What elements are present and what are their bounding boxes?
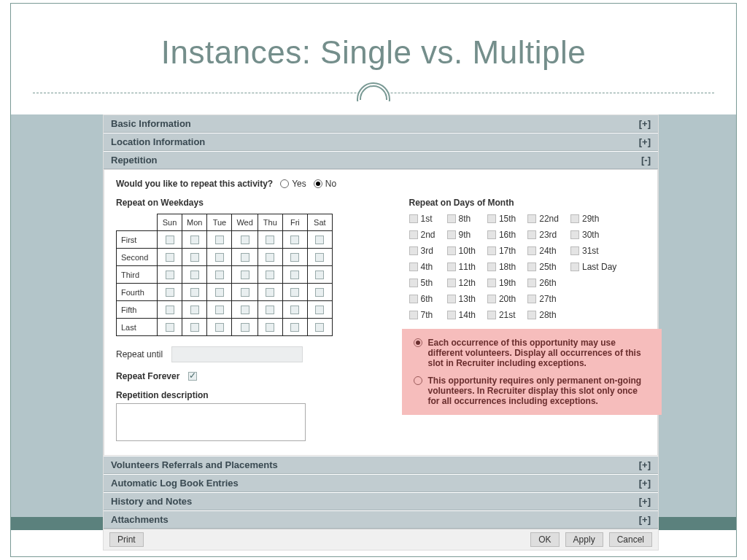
day-checkbox[interactable] [447, 214, 456, 223]
weekday-checkbox[interactable] [166, 288, 174, 297]
weekday-checkbox[interactable] [315, 253, 324, 262]
weekday-checkbox[interactable] [266, 236, 274, 244]
day-of-month-item[interactable]: Last Day [570, 262, 616, 272]
day-checkbox[interactable] [447, 246, 456, 255]
day-checkbox[interactable] [487, 262, 496, 271]
weekday-checkbox[interactable] [190, 323, 199, 332]
occurrence-option-2[interactable]: This opportunity requires only permanent… [414, 376, 651, 406]
weekday-checkbox[interactable] [215, 288, 224, 297]
weekday-checkbox[interactable] [241, 236, 249, 244]
weekday-checkbox[interactable] [315, 271, 324, 279]
day-checkbox[interactable] [409, 214, 418, 223]
weekday-checkbox[interactable] [290, 306, 299, 314]
day-of-month-item[interactable]: 28th [527, 310, 559, 320]
repeat-forever-checkbox[interactable] [188, 372, 197, 381]
weekday-checkbox[interactable] [266, 306, 274, 314]
day-checkbox[interactable] [487, 279, 496, 287]
day-of-month-item[interactable]: 1st [409, 214, 436, 224]
day-checkbox[interactable] [527, 279, 536, 287]
weekday-checkbox[interactable] [315, 288, 324, 297]
weekday-checkbox[interactable] [166, 306, 174, 314]
day-checkbox[interactable] [447, 279, 456, 287]
weekday-checkbox[interactable] [241, 306, 249, 314]
day-checkbox[interactable] [409, 311, 418, 319]
day-of-month-item[interactable]: 30th [570, 230, 616, 240]
day-of-month-item[interactable]: 26th [527, 278, 559, 288]
weekday-checkbox[interactable] [241, 253, 249, 262]
weekday-checkbox[interactable] [215, 253, 224, 262]
day-of-month-item[interactable]: 4th [409, 262, 436, 272]
day-of-month-item[interactable]: 8th [447, 214, 476, 224]
day-checkbox[interactable] [409, 230, 418, 239]
day-of-month-item[interactable]: 25th [527, 262, 559, 272]
day-checkbox[interactable] [447, 262, 456, 271]
weekday-checkbox[interactable] [166, 253, 174, 262]
weekday-checkbox[interactable] [166, 323, 174, 332]
day-of-month-item[interactable]: 21st [487, 310, 516, 320]
weekday-checkbox[interactable] [241, 271, 249, 279]
day-of-month-item[interactable]: 2nd [409, 230, 436, 240]
weekday-checkbox[interactable] [190, 306, 199, 314]
accordion-location-info[interactable]: Location Information [+] [104, 133, 658, 151]
day-checkbox[interactable] [527, 311, 536, 319]
day-checkbox[interactable] [527, 262, 536, 271]
weekday-checkbox[interactable] [315, 323, 324, 332]
day-of-month-item[interactable]: 14th [447, 310, 476, 320]
day-of-month-item[interactable]: 11th [447, 262, 476, 272]
day-of-month-item[interactable]: 7th [409, 310, 436, 320]
weekday-checkbox[interactable] [190, 271, 199, 279]
day-of-month-item[interactable]: 27th [527, 294, 559, 304]
day-of-month-item[interactable]: 6th [409, 294, 436, 304]
weekday-checkbox[interactable] [190, 236, 199, 244]
accordion-basic-info[interactable]: Basic Information [+] [104, 115, 658, 133]
day-of-month-item[interactable]: 31st [570, 246, 616, 256]
day-of-month-item[interactable]: 16th [487, 230, 516, 240]
repetition-desc-input[interactable] [116, 403, 306, 441]
ok-button[interactable]: OK [530, 532, 559, 547]
weekday-checkbox[interactable] [266, 253, 274, 262]
weekday-checkbox[interactable] [241, 323, 249, 332]
print-button[interactable]: Print [109, 532, 144, 547]
day-of-month-item[interactable]: 18th [487, 262, 516, 272]
day-of-month-item[interactable]: 5th [409, 278, 436, 288]
day-checkbox[interactable] [409, 279, 418, 287]
day-checkbox[interactable] [487, 311, 496, 319]
day-checkbox[interactable] [487, 214, 496, 223]
weekday-checkbox[interactable] [166, 271, 174, 279]
day-checkbox[interactable] [447, 295, 456, 303]
accordion-volunteers[interactable]: Volunteers Referrals and Placements [+] [104, 456, 658, 474]
apply-button[interactable]: Apply [565, 532, 603, 547]
repeat-no-radio[interactable]: No [314, 179, 336, 189]
repeat-yes-radio[interactable]: Yes [280, 179, 306, 189]
weekday-checkbox[interactable] [215, 323, 224, 332]
day-of-month-item[interactable]: 12th [447, 278, 476, 288]
weekday-checkbox[interactable] [266, 288, 274, 297]
weekday-checkbox[interactable] [290, 288, 299, 297]
day-checkbox[interactable] [527, 214, 536, 223]
weekday-checkbox[interactable] [215, 306, 224, 314]
day-of-month-item[interactable]: 29th [570, 214, 616, 224]
weekday-checkbox[interactable] [290, 323, 299, 332]
day-checkbox[interactable] [487, 246, 496, 255]
day-checkbox[interactable] [527, 246, 536, 255]
repeat-until-input[interactable] [171, 346, 303, 362]
day-of-month-item[interactable]: 17th [487, 246, 516, 256]
day-checkbox[interactable] [409, 295, 418, 303]
accordion-attachments[interactable]: Attachments [+] [104, 510, 658, 529]
day-of-month-item[interactable]: 3rd [409, 246, 436, 256]
day-checkbox[interactable] [570, 230, 579, 239]
day-checkbox[interactable] [527, 295, 536, 303]
weekday-checkbox[interactable] [266, 271, 274, 279]
accordion-logbook[interactable]: Automatic Log Book Entries [+] [104, 474, 658, 492]
weekday-checkbox[interactable] [290, 236, 299, 244]
weekday-checkbox[interactable] [315, 306, 324, 314]
weekday-checkbox[interactable] [166, 236, 174, 244]
day-checkbox[interactable] [447, 311, 456, 319]
weekday-checkbox[interactable] [290, 271, 299, 279]
day-checkbox[interactable] [487, 230, 496, 239]
day-checkbox[interactable] [409, 246, 418, 255]
day-checkbox[interactable] [409, 262, 418, 271]
weekday-checkbox[interactable] [190, 288, 199, 297]
weekday-checkbox[interactable] [241, 288, 249, 297]
weekday-checkbox[interactable] [266, 323, 274, 332]
